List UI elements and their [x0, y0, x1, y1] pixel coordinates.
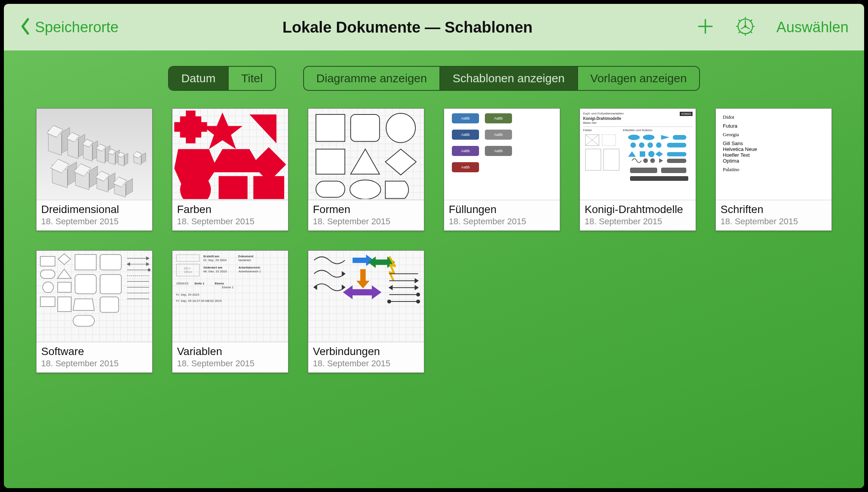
- svg-rect-29: [316, 149, 345, 174]
- svg-marker-21: [209, 149, 263, 172]
- sort-option-0[interactable]: Datum: [169, 67, 228, 90]
- svg-rect-58: [630, 176, 688, 181]
- svg-marker-97: [415, 286, 418, 289]
- document-thumbnail: Kopf- und FußzeilenvariablenKONIGIKonigi…: [580, 109, 696, 200]
- plus-icon[interactable]: [696, 17, 714, 37]
- document-thumbnail: [36, 251, 152, 342]
- filter-option-2[interactable]: Vorlagen anzeigen: [577, 67, 700, 90]
- svg-marker-50: [655, 151, 663, 157]
- svg-point-46: [656, 142, 661, 148]
- svg-marker-78: [127, 263, 130, 266]
- page-title: Lokale Dokumente — Schablonen: [282, 19, 533, 36]
- header-bar: Speicherorte Lokale Dokumente — Schablon…: [4, 4, 864, 50]
- svg-rect-70: [58, 297, 71, 312]
- svg-marker-87: [342, 285, 345, 289]
- svg-rect-67: [75, 275, 96, 294]
- svg-marker-90: [356, 269, 370, 289]
- svg-point-28: [386, 113, 415, 142]
- document-title: Software: [41, 345, 148, 358]
- svg-marker-64: [57, 269, 71, 279]
- svg-rect-55: [667, 159, 686, 163]
- document-date: 18. September 2015: [313, 217, 419, 227]
- svg-point-65: [43, 282, 54, 293]
- svg-point-53: [650, 158, 655, 163]
- content-area: DatumTitel Diagramme anzeigenSchablonen …: [4, 50, 864, 488]
- svg-marker-30: [351, 149, 379, 174]
- document-card[interactable]: Dreidimensional18. September 2015: [36, 108, 153, 231]
- filter-option-0[interactable]: Diagramme anzeigen: [304, 67, 439, 90]
- svg-line-10: [739, 32, 740, 33]
- document-title: Variablen: [177, 345, 283, 358]
- svg-point-45: [648, 142, 653, 148]
- svg-line-8: [739, 20, 740, 21]
- svg-rect-26: [316, 114, 345, 142]
- filter-segment: Diagramme anzeigenSchablonen anzeigenVor…: [303, 66, 700, 91]
- document-title: Dreidimensional: [41, 203, 148, 216]
- document-title: Konigi-Drahtmodelle: [585, 203, 691, 216]
- gear-icon[interactable]: [736, 17, 755, 38]
- document-card[interactable]: DidotFuturaGeorgiaGill SansHelvetica Neu…: [715, 108, 832, 231]
- document-card[interactable]: AaBbAaBbAaBbAaBbAaBbAaBbAaBbFüllungen18.…: [444, 108, 560, 231]
- document-date: 18. September 2015: [177, 217, 283, 227]
- svg-rect-17: [174, 122, 207, 132]
- svg-line-13: [745, 26, 749, 29]
- svg-point-103: [388, 300, 391, 303]
- document-card[interactable]: Verbindungen18. September 2015: [308, 250, 424, 373]
- svg-marker-88: [314, 285, 317, 289]
- document-date: 18. September 2015: [41, 359, 148, 369]
- svg-rect-27: [351, 114, 379, 142]
- svg-line-14: [741, 26, 745, 29]
- svg-rect-25: [253, 176, 284, 199]
- document-title: Farben: [177, 203, 283, 216]
- svg-marker-31: [385, 149, 416, 175]
- svg-rect-38: [585, 149, 601, 170]
- svg-rect-47: [667, 143, 686, 147]
- svg-rect-61: [75, 255, 96, 270]
- select-button[interactable]: Auswählen: [776, 19, 849, 36]
- sort-option-1[interactable]: Titel: [228, 67, 275, 90]
- svg-point-100: [417, 293, 420, 296]
- document-title: Füllungen: [449, 203, 555, 216]
- document-date: 18. September 2015: [585, 217, 691, 227]
- document-footer: Dreidimensional18. September 2015: [36, 200, 152, 230]
- back-label: Speicherorte: [35, 19, 118, 36]
- document-card[interactable]: Farben18. September 2015: [172, 108, 288, 231]
- document-card[interactable]: Kopf- und FußzeilenvariablenKONIGIKonigi…: [580, 108, 696, 231]
- document-date: 18. September 2015: [41, 217, 148, 227]
- svg-marker-98: [389, 286, 392, 289]
- svg-point-33: [350, 180, 380, 199]
- document-card[interactable]: Software18. September 2015: [36, 250, 153, 373]
- svg-line-9: [751, 20, 752, 21]
- document-thumbnail: 332 x100 pxErstellt amDi. Sep. 28 2004Do…: [172, 251, 288, 342]
- chevron-left-icon: [19, 17, 31, 37]
- svg-rect-73: [73, 315, 94, 326]
- svg-point-44: [639, 142, 644, 148]
- svg-point-80: [148, 269, 150, 271]
- svg-rect-59: [40, 256, 55, 266]
- svg-rect-57: [661, 168, 686, 173]
- svg-rect-39: [604, 149, 619, 170]
- document-thumbnail: [172, 109, 288, 200]
- filter-option-1[interactable]: Schablonen anzeigen: [439, 67, 577, 90]
- document-title: Schriften: [720, 203, 827, 216]
- svg-marker-71: [73, 299, 94, 310]
- svg-rect-66: [58, 282, 71, 292]
- svg-marker-60: [58, 254, 71, 265]
- svg-rect-51: [667, 152, 686, 156]
- document-thumbnail: DidotFuturaGeorgiaGill SansHelvetica Neu…: [716, 109, 832, 200]
- document-card[interactable]: Formen18. September 2015: [308, 108, 424, 231]
- document-footer: Variablen18. September 2015: [172, 342, 288, 372]
- document-thumbnail: [36, 109, 152, 200]
- document-title: Verbindungen: [313, 345, 419, 358]
- svg-marker-95: [415, 279, 418, 283]
- document-footer: Formen18. September 2015: [308, 200, 424, 230]
- document-card[interactable]: 332 x100 pxErstellt amDi. Sep. 28 2004Do…: [172, 250, 288, 373]
- svg-point-52: [643, 158, 648, 163]
- document-grid: Dreidimensional18. September 2015 Farben…: [27, 108, 841, 373]
- document-footer: Farben18. September 2015: [172, 200, 288, 230]
- svg-rect-56: [630, 168, 657, 173]
- svg-point-41: [643, 135, 654, 140]
- back-button[interactable]: Speicherorte: [19, 17, 118, 37]
- document-date: 18. September 2015: [720, 217, 827, 227]
- document-thumbnail: AaBbAaBbAaBbAaBbAaBbAaBbAaBb: [444, 109, 560, 200]
